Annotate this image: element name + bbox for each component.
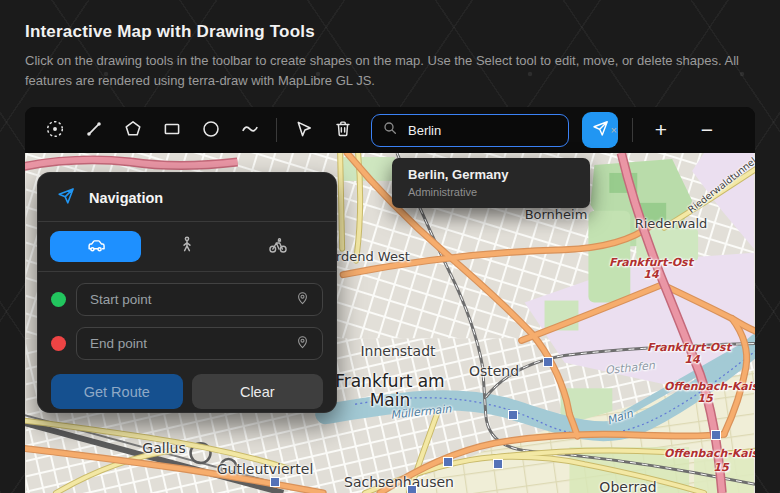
toolbar-divider bbox=[276, 118, 277, 142]
start-point-row bbox=[51, 283, 323, 316]
clear-button[interactable]: Clear bbox=[192, 374, 324, 409]
search-input[interactable] bbox=[406, 122, 558, 139]
map-label: Innenstadt bbox=[360, 343, 435, 359]
drawing-toolbar: × + − bbox=[25, 107, 755, 153]
station-marker bbox=[711, 430, 721, 440]
map-label: Frankfurt-Ost bbox=[647, 341, 731, 354]
map-label: Offenbach-Kaiserlei bbox=[664, 447, 755, 460]
start-point-dot bbox=[51, 292, 66, 307]
zoom-in-button[interactable]: + bbox=[648, 112, 674, 148]
station-marker bbox=[443, 457, 453, 467]
polygon-icon bbox=[122, 118, 144, 143]
mode-tab-cycling[interactable] bbox=[233, 231, 324, 262]
end-point-input[interactable] bbox=[88, 335, 286, 352]
freehand-tool-button[interactable] bbox=[230, 107, 269, 153]
map-label: 15 bbox=[713, 461, 728, 474]
rectangle-icon bbox=[161, 118, 183, 143]
navigation-toggle-button[interactable]: × bbox=[582, 112, 618, 148]
map-label: Offenbach-Kaiserlei bbox=[664, 380, 755, 393]
map-label: Frankfurt-Ost bbox=[609, 256, 693, 269]
map-label: Bornheim bbox=[525, 207, 588, 222]
circle-icon bbox=[200, 118, 222, 143]
map-label: Main bbox=[606, 407, 635, 427]
route-inputs bbox=[38, 272, 336, 371]
map-canvas[interactable]: BornheimRiederwaldNordend WestInnenstadt… bbox=[25, 153, 755, 493]
map-label: Müllermain bbox=[390, 402, 452, 421]
search-result-title: Berlin, Germany bbox=[408, 167, 574, 182]
travel-mode-tabs bbox=[38, 222, 336, 272]
map-label: 15 bbox=[697, 392, 712, 405]
page-header: Interactive Map with Drawing Tools Click… bbox=[25, 22, 755, 91]
point-tool-button[interactable] bbox=[35, 107, 74, 153]
delete-tool-button[interactable] bbox=[323, 107, 362, 153]
line-tool-button[interactable] bbox=[74, 107, 113, 153]
end-point-field[interactable] bbox=[76, 327, 323, 360]
route-actions: Get Route Clear bbox=[38, 371, 336, 409]
mode-tab-car[interactable] bbox=[50, 231, 141, 262]
location-pin-icon bbox=[294, 289, 311, 310]
station-marker bbox=[407, 485, 417, 493]
freehand-icon bbox=[239, 118, 261, 143]
navigation-panel: Navigation bbox=[37, 172, 337, 413]
zoom-out-button[interactable]: − bbox=[694, 112, 720, 148]
bicycle-icon bbox=[266, 234, 290, 259]
navigation-panel-title: Navigation bbox=[89, 190, 163, 206]
page-description: Click on the drawing tools in the toolba… bbox=[25, 51, 755, 91]
station-marker bbox=[543, 357, 553, 367]
map-label: Frankfurt am bbox=[335, 371, 444, 391]
navigation-panel-header: Navigation bbox=[38, 173, 336, 222]
toolbar-divider bbox=[632, 118, 633, 142]
map-label: 14 bbox=[684, 353, 699, 366]
map-label: Riederwald bbox=[635, 216, 708, 231]
station-marker bbox=[493, 459, 503, 469]
location-pin-icon bbox=[294, 333, 311, 354]
page: { "page": { "title": "Interactive Map wi… bbox=[0, 0, 780, 493]
map-label: Gallus bbox=[142, 440, 185, 456]
search-result-item[interactable]: Berlin, Germany Administrative bbox=[392, 158, 590, 208]
circle-tool-button[interactable] bbox=[191, 107, 230, 153]
map-label: Riederwaldtunnel bbox=[686, 155, 755, 215]
select-tool-button[interactable] bbox=[284, 107, 323, 153]
map-card: × + − bbox=[25, 107, 755, 493]
map-label: Oberrad bbox=[599, 479, 656, 493]
map-search-box[interactable] bbox=[371, 114, 569, 147]
station-marker bbox=[508, 410, 518, 420]
rectangle-tool-button[interactable] bbox=[152, 107, 191, 153]
trash-icon bbox=[332, 118, 354, 143]
polygon-tool-button[interactable] bbox=[113, 107, 152, 153]
map-label: Osthafen bbox=[604, 359, 655, 377]
pedestrian-icon bbox=[176, 234, 198, 259]
map-label: Main bbox=[370, 390, 411, 410]
close-icon[interactable]: × bbox=[611, 125, 617, 136]
map-label: 14 bbox=[643, 268, 658, 281]
map-label: Gutleutviertel bbox=[217, 461, 314, 477]
end-point-row bbox=[51, 327, 323, 360]
map-label: Sachsenhausen bbox=[344, 474, 454, 490]
end-point-dot bbox=[51, 336, 66, 351]
start-point-input[interactable] bbox=[88, 291, 286, 308]
station-marker bbox=[270, 477, 280, 487]
car-icon bbox=[83, 234, 109, 259]
point-icon bbox=[44, 118, 66, 143]
start-point-field[interactable] bbox=[76, 283, 323, 316]
page-title: Interactive Map with Drawing Tools bbox=[25, 22, 755, 42]
map-label: Ostend bbox=[469, 363, 519, 379]
search-icon bbox=[382, 120, 398, 140]
select-cursor-icon bbox=[293, 118, 315, 143]
navigation-send-icon bbox=[56, 186, 76, 210]
navigation-send-icon bbox=[591, 119, 610, 141]
search-result-subtitle: Administrative bbox=[408, 186, 574, 198]
get-route-button[interactable]: Get Route bbox=[51, 374, 183, 409]
mode-tab-walking[interactable] bbox=[141, 231, 232, 262]
line-icon bbox=[83, 118, 105, 143]
